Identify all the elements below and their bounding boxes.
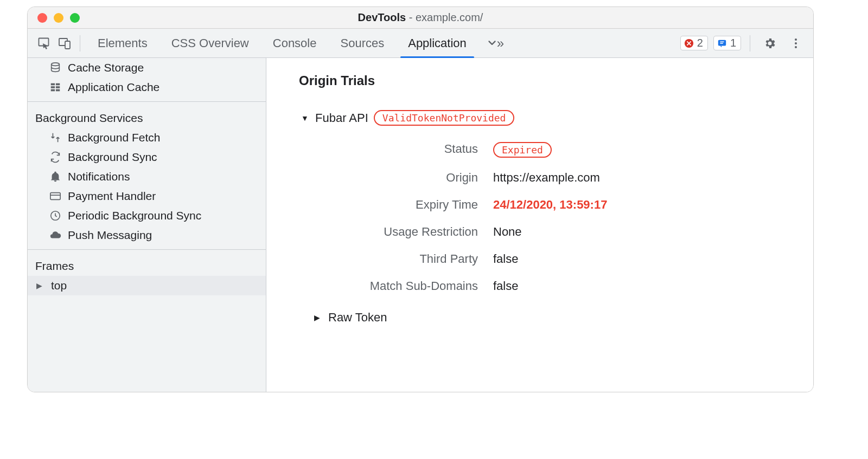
raw-token-row[interactable]: ▶ Raw Token (314, 311, 802, 325)
svg-rect-9 (51, 83, 55, 86)
issues-badge[interactable]: 1 (713, 36, 741, 50)
raw-token-label: Raw Token (328, 311, 387, 325)
sidebar-separator (28, 249, 266, 250)
svg-rect-14 (56, 89, 60, 92)
sidebar-item-label: Periodic Background Sync (68, 209, 201, 222)
sidebar-section-background-services: Background Services (28, 106, 266, 128)
credit-card-icon (49, 190, 61, 202)
svg-rect-2 (65, 41, 70, 49)
settings-icon[interactable] (761, 35, 778, 52)
expiry-value: 24/12/2020, 13:59:17 (493, 198, 802, 212)
usage-restriction-label: Usage Restriction (321, 225, 478, 239)
window-title-target: example.com/ (416, 11, 483, 23)
origin-value: https://example.com (493, 171, 802, 185)
svg-point-5 (795, 38, 797, 41)
toolbar-right: 2 1 (680, 35, 808, 52)
database-icon (49, 62, 61, 74)
grid-icon (49, 81, 61, 93)
sidebar-item-label: Background Fetch (68, 131, 160, 144)
match-subdomains-label: Match Sub-Domains (321, 279, 478, 293)
sidebar-item-notifications[interactable]: Notifications (28, 167, 266, 186)
window-title: DevTools - example.com/ (28, 11, 813, 24)
sidebar-item-label: Push Messaging (68, 229, 152, 242)
svg-point-6 (795, 42, 797, 44)
sidebar-item-push-messaging[interactable]: Push Messaging (28, 225, 266, 245)
sidebar-separator (28, 101, 266, 102)
usage-restriction-value: None (493, 225, 802, 239)
trial-name: Fubar API (315, 111, 368, 125)
window-title-app: DevTools (358, 11, 406, 23)
tab-application[interactable]: Application (396, 29, 478, 57)
status-label: Status (321, 142, 478, 158)
third-party-label: Third Party (321, 252, 478, 266)
trial-row[interactable]: ▼ Fubar API ValidTokenNotProvided (299, 110, 802, 126)
sidebar-item-background-sync[interactable]: Background Sync (28, 147, 266, 167)
sidebar-section-frames: Frames (28, 254, 266, 276)
chevron-right-icon: ▶ (36, 281, 42, 290)
sidebar-item-label: Cache Storage (68, 61, 144, 74)
trial-details: Status Expired Origin https://example.co… (321, 142, 802, 293)
bell-icon (49, 171, 61, 183)
close-window-button[interactable] (37, 13, 47, 23)
tab-sources[interactable]: Sources (328, 29, 396, 57)
match-subdomains-value: false (493, 279, 802, 293)
toolbar-separator-right (750, 35, 750, 51)
sidebar-item-label: Background Sync (68, 151, 157, 164)
devtools-window: DevTools - example.com/ Elements CSS Ove… (27, 7, 814, 392)
clock-icon (49, 210, 61, 222)
tab-console[interactable]: Console (261, 29, 329, 57)
sidebar-item-label: Application Cache (68, 81, 159, 94)
sidebar-item-label: Payment Handler (68, 190, 156, 203)
sidebar-item-frame-top[interactable]: ▶ top (28, 276, 266, 295)
sidebar-item-payment-handler[interactable]: Payment Handler (28, 186, 266, 206)
sidebar-item-periodic-background-sync[interactable]: Periodic Background Sync (28, 206, 266, 225)
origin-label: Origin (321, 171, 478, 185)
titlebar: DevTools - example.com/ (28, 7, 813, 29)
errors-count: 2 (697, 37, 703, 49)
devtools-toolbar: Elements CSS Overview Console Sources Ap… (28, 29, 813, 58)
panel-body: Cache Storage Application Cache Backgrou… (28, 58, 813, 392)
minimize-window-button[interactable] (54, 13, 63, 23)
window-controls (28, 13, 80, 23)
svg-rect-10 (56, 83, 60, 86)
sidebar-item-label: Notifications (68, 170, 130, 183)
issues-count: 1 (730, 37, 736, 49)
svg-rect-13 (51, 89, 55, 92)
toolbar-separator (80, 35, 80, 51)
caret-down-icon: ▼ (301, 114, 310, 122)
panel-tabs: Elements CSS Overview Console Sources Ap… (86, 29, 512, 57)
cloud-icon (49, 229, 61, 241)
svg-point-8 (52, 63, 60, 66)
sidebar-item-cache-storage[interactable]: Cache Storage (28, 58, 266, 77)
fetch-icon (49, 132, 61, 144)
trial-status-pill: ValidTokenNotProvided (374, 110, 515, 126)
origin-trials-panel: Origin Trials ▼ Fubar API ValidTokenNotP… (266, 58, 813, 392)
errors-badge[interactable]: 2 (680, 36, 708, 50)
device-toolbar-icon[interactable] (56, 35, 73, 52)
tab-elements[interactable]: Elements (86, 29, 159, 57)
sidebar-item-application-cache[interactable]: Application Cache (28, 77, 266, 97)
svg-rect-11 (51, 86, 55, 88)
expiry-label: Expiry Time (321, 198, 478, 212)
sidebar-item-background-fetch[interactable]: Background Fetch (28, 128, 266, 147)
panel-title: Origin Trials (299, 73, 802, 88)
sync-icon (49, 151, 61, 163)
application-sidebar: Cache Storage Application Cache Backgrou… (28, 58, 266, 392)
tab-css-overview[interactable]: CSS Overview (159, 29, 261, 57)
frame-name: top (51, 279, 67, 292)
svg-rect-4 (718, 40, 726, 46)
more-tabs-icon[interactable]: » (478, 29, 512, 57)
svg-point-7 (795, 46, 797, 48)
svg-rect-12 (56, 86, 60, 88)
caret-right-icon: ▶ (314, 313, 323, 322)
svg-rect-15 (50, 193, 60, 200)
status-value: Expired (493, 142, 802, 158)
third-party-value: false (493, 252, 802, 266)
inspect-element-icon[interactable] (35, 35, 53, 52)
kebab-menu-icon[interactable] (787, 35, 805, 52)
maximize-window-button[interactable] (70, 13, 80, 23)
